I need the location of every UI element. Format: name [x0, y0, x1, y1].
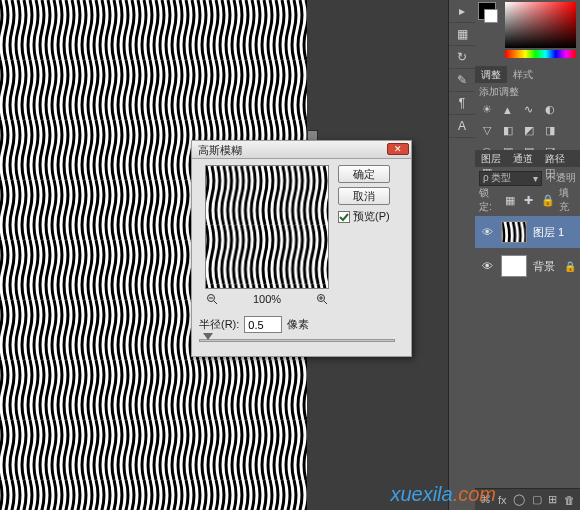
- curves-icon[interactable]: ∿: [521, 102, 536, 117]
- hue-icon[interactable]: ◧: [500, 123, 515, 138]
- svg-line-7: [324, 301, 327, 304]
- history-icon[interactable]: ↻: [449, 46, 475, 69]
- tab-channels[interactable]: 通道: [507, 150, 539, 167]
- preview-checkbox[interactable]: [338, 211, 350, 223]
- brightness-icon[interactable]: ☀: [479, 102, 494, 117]
- dialog-title[interactable]: 高斯模糊 ✕: [192, 141, 411, 159]
- zoom-row: 100%: [205, 292, 329, 306]
- tab-adjust[interactable]: 调整: [475, 66, 507, 83]
- svg-line-4: [214, 301, 217, 304]
- new-layer-icon[interactable]: ⊞: [548, 493, 558, 507]
- tab-style[interactable]: 样式: [507, 66, 539, 83]
- brush-icon[interactable]: ✎: [449, 69, 475, 92]
- bg-color-swatch[interactable]: [484, 9, 498, 23]
- right-panels: ▸ ▦ ↻ ✎ ¶ A 调整 样式 添加调整 ☀ ▲ ∿ ◐ ▽ ◧ ◩ ◨ ◎…: [448, 0, 580, 510]
- swatches-icon[interactable]: ▦: [449, 23, 475, 46]
- arrow-icon[interactable]: ▸: [449, 0, 475, 23]
- layer-row-1[interactable]: 👁 图层 1: [475, 216, 580, 248]
- lock-all-icon[interactable]: 🔒: [540, 193, 555, 208]
- opacity-label: 不透明: [546, 171, 576, 185]
- svg-rect-10: [502, 222, 526, 242]
- char-icon[interactable]: A: [449, 115, 475, 138]
- layer-thumbnail[interactable]: [501, 255, 527, 277]
- fx-icon[interactable]: fx: [497, 493, 507, 507]
- lock-icon: 🔒: [564, 261, 576, 272]
- tab-paths[interactable]: 路径: [539, 150, 571, 167]
- layers-tabs: 图层 通道 路径: [475, 150, 580, 167]
- slider-thumb[interactable]: [203, 333, 213, 340]
- svg-rect-2: [206, 166, 328, 288]
- radius-slider[interactable]: [199, 335, 395, 349]
- layer-name: 背景: [533, 259, 555, 274]
- watermark-orange: .com: [453, 483, 496, 505]
- layer-lock-row: 锁定: ▦ ✚ 🔒 填充: [475, 190, 580, 210]
- gaussian-blur-dialog: 高斯模糊 ✕ 确定 取消 预览(P) 100% 半径(R): 像素: [191, 140, 412, 357]
- color-panel: [475, 0, 580, 64]
- tool-column: ▸ ▦ ↻ ✎ ¶ A: [449, 0, 475, 510]
- visibility-icon[interactable]: 👁: [479, 224, 495, 240]
- adjustment-icons: ☀ ▲ ∿ ◐ ▽ ◧ ◩ ◨ ◎ ▣ ▤ ◪ ▥ ▰ ▭ ◫: [475, 100, 580, 144]
- layer-row-bg[interactable]: 👁 背景 🔒: [475, 250, 580, 282]
- zoom-value: 100%: [253, 293, 281, 305]
- paragraph-icon[interactable]: ¶: [449, 92, 475, 115]
- balance-icon[interactable]: ◩: [521, 123, 536, 138]
- visibility-icon[interactable]: 👁: [479, 258, 495, 274]
- lock-pixels-icon[interactable]: ▦: [502, 193, 517, 208]
- radius-input[interactable]: [244, 316, 282, 333]
- bw-icon[interactable]: ◨: [542, 123, 557, 138]
- dialog-title-text: 高斯模糊: [198, 144, 242, 156]
- zoom-in-icon[interactable]: [315, 292, 329, 306]
- color-spectrum[interactable]: [505, 2, 576, 48]
- trash-icon[interactable]: 🗑: [564, 493, 575, 507]
- layer-name: 图层 1: [533, 225, 564, 240]
- slider-track: [199, 339, 395, 342]
- watermark-blue: xuexila: [390, 483, 452, 505]
- tab-layers[interactable]: 图层: [475, 150, 507, 167]
- layer-kind-row: ρ 类型▾ 不透明: [475, 168, 580, 188]
- layer-thumbnail[interactable]: [501, 221, 527, 243]
- lock-position-icon[interactable]: ✚: [521, 193, 536, 208]
- lock-label: 锁定:: [479, 186, 498, 214]
- vibrance-icon[interactable]: ▽: [479, 123, 494, 138]
- preview-label: 预览(P): [353, 209, 390, 224]
- radius-row: 半径(R): 像素: [199, 316, 309, 333]
- adjust-tabs: 调整 样式: [475, 66, 580, 83]
- kind-select[interactable]: ρ 类型▾: [479, 171, 542, 186]
- watermark: xuexila.com: [390, 483, 496, 506]
- preview-checkbox-row[interactable]: 预览(P): [338, 209, 390, 224]
- ok-button[interactable]: 确定: [338, 165, 390, 183]
- radius-label: 半径(R):: [199, 317, 239, 332]
- preview-thumbnail[interactable]: [205, 165, 329, 289]
- cancel-button[interactable]: 取消: [338, 187, 390, 205]
- radius-unit: 像素: [287, 317, 309, 332]
- exposure-icon[interactable]: ◐: [542, 102, 557, 117]
- zoom-out-icon[interactable]: [205, 292, 219, 306]
- mask-icon[interactable]: ◯: [513, 493, 525, 507]
- add-adjustment-label: 添加调整: [479, 85, 519, 99]
- fill-label: 填充: [559, 186, 576, 214]
- close-button[interactable]: ✕: [387, 143, 409, 155]
- folder-icon[interactable]: ▢: [531, 493, 541, 507]
- levels-icon[interactable]: ▲: [500, 102, 515, 117]
